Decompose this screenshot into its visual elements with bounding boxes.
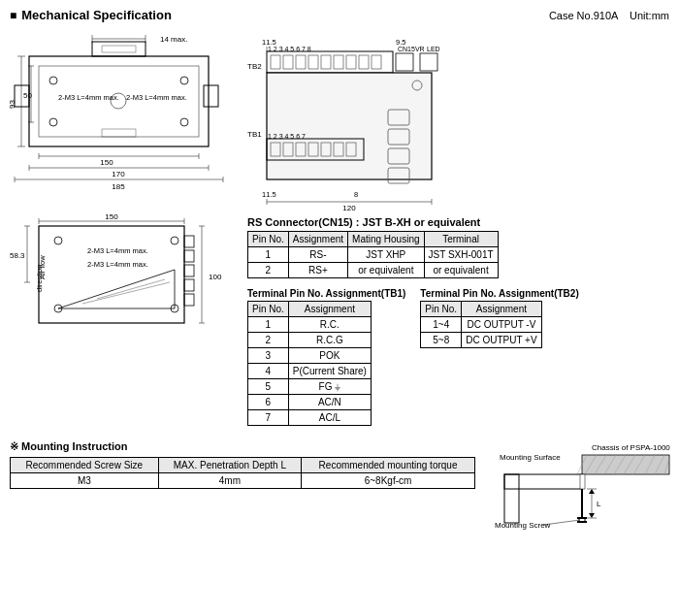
terminal-tables-row: Terminal Pin No. Assignment(TB1) Pin No.… — [247, 288, 669, 431]
rs-table-cell: 1 — [248, 247, 289, 263]
mounting-svg: Mounting Surface Chassis of PSPA-1000 — [495, 440, 679, 547]
rs-table-row: 2RS+or equivalentor equivalent — [248, 263, 499, 278]
svg-text:1 2 3 4 5 6 7: 1 2 3 4 5 6 7 — [268, 133, 306, 140]
rs-connector-table: Pin No. Assignment Mating Housing Termin… — [247, 231, 499, 278]
svg-marker-85 — [58, 270, 175, 308]
svg-rect-5 — [204, 85, 218, 107]
tb1-section: Terminal Pin No. Assignment(TB1) Pin No.… — [247, 288, 405, 426]
tb2-table-row: 5~8DC OUTPUT +V — [421, 333, 541, 348]
svg-text:1 2 3 4 5 6 7 8: 1 2 3 4 5 6 7 8 — [268, 46, 311, 52]
tb2-table-cell: 5~8 — [421, 333, 462, 348]
rs-table-cell: JST SXH-001T — [424, 247, 498, 263]
svg-rect-54 — [267, 73, 432, 179]
tb1-table-cell: POK — [288, 348, 371, 364]
svg-text:93: 93 — [8, 100, 16, 109]
tb1-table-row: 3POK — [248, 348, 372, 364]
tb1-table-cell: 5 — [248, 379, 289, 395]
tb1-table: Pin No. Assignment 1R.C.2R.C.G3POK4P(Cur… — [247, 301, 372, 426]
svg-point-8 — [49, 118, 57, 126]
svg-text:TB1: TB1 — [247, 130, 262, 139]
tb1-table-cell: R.C. — [288, 317, 371, 333]
tb1-table-row: 7AC/L — [248, 410, 372, 426]
svg-point-6 — [49, 77, 57, 84]
svg-rect-84 — [184, 294, 194, 306]
tb2-col-pin: Pin No. — [421, 302, 462, 317]
svg-point-88 — [54, 237, 62, 244]
tb1-col-assign: Assignment — [288, 302, 371, 317]
svg-text:8: 8 — [354, 190, 358, 199]
svg-point-9 — [180, 118, 188, 126]
svg-point-89 — [171, 237, 178, 244]
svg-rect-82 — [184, 265, 194, 276]
svg-text:100: 100 — [209, 273, 222, 281]
tb1-table-row: 5FG ⏚ — [248, 379, 372, 395]
rs-table-row: 1RS-JST XHPJST SXH-001T — [248, 247, 499, 263]
svg-text:2-M3 L=4mm max.: 2-M3 L=4mm max. — [87, 260, 148, 269]
mounting-title: ※ Mounting Instruction — [10, 440, 475, 453]
tb1-table-row: 1R.C. — [248, 317, 372, 333]
svg-text:150: 150 — [105, 212, 118, 221]
tb2-table-cell: DC OUTPUT -V — [462, 317, 541, 333]
mount-depth-val: 4mm — [158, 473, 301, 489]
svg-rect-11 — [102, 129, 136, 137]
svg-text:9.5: 9.5 — [396, 38, 405, 47]
svg-rect-81 — [184, 250, 194, 262]
rs-table-cell: JST XHP — [348, 247, 424, 263]
svg-text:120: 120 — [342, 204, 356, 212]
bottom-views-row: Air flow direction 2-M3 L=4mm max. 2-M3 … — [10, 216, 669, 431]
svg-rect-83 — [184, 279, 194, 291]
svg-text:14 max.: 14 max. — [160, 35, 187, 44]
page-title: Mechanical Specification — [10, 8, 172, 22]
svg-text:direction: direction — [35, 265, 44, 292]
mounting-table: Recommended Screw Size MAX. Penetration … — [10, 457, 475, 489]
mount-col-screw: Recommended Screw Size — [11, 458, 159, 473]
header: Mechanical Specification Case No.910A Un… — [10, 8, 669, 22]
svg-rect-121 — [504, 474, 582, 489]
tb1-table-cell: 6 — [248, 395, 289, 410]
svg-rect-45 — [334, 55, 343, 69]
tb1-table-row: 6AC/N — [248, 395, 372, 410]
svg-rect-122 — [504, 474, 519, 523]
svg-text:Chassis of PSPA-1000: Chassis of PSPA-1000 — [592, 443, 670, 452]
bottom-left-svg: Air flow direction 2-M3 L=4mm max. 2-M3 … — [10, 216, 242, 420]
svg-rect-39 — [267, 51, 393, 73]
rs-table-cell: RS- — [288, 247, 347, 263]
rs-col-pin: Pin No. — [248, 232, 289, 247]
svg-text:L: L — [597, 500, 601, 508]
top-left-drawing: 14 max. 93 50 2-M3 L=4mm max. 2-M3 L=4mm… — [10, 32, 233, 207]
rs-col-housing: Mating Housing — [348, 232, 424, 247]
svg-text:2-M3 L=4mm max.: 2-M3 L=4mm max. — [126, 93, 187, 102]
svg-rect-51 — [396, 53, 413, 71]
tb2-table-cell: 1~4 — [421, 317, 462, 333]
top-left-svg: 14 max. 93 50 2-M3 L=4mm max. 2-M3 L=4mm… — [10, 32, 233, 211]
svg-text:CN15VR: CN15VR — [398, 46, 425, 52]
rs-table-cell: RS+ — [288, 263, 347, 278]
rs-table-cell: 2 — [248, 263, 289, 278]
rs-table-cell: or equivalent — [348, 263, 424, 278]
svg-text:Mounting Screw: Mounting Screw — [495, 521, 551, 530]
mounting-diagram: Mounting Surface Chassis of PSPA-1000 — [495, 440, 669, 549]
svg-rect-48 — [372, 55, 381, 69]
mounting-row: M3 4mm 6~8Kgf-cm — [11, 473, 475, 489]
rs-col-assign: Assignment — [288, 232, 347, 247]
bottom-left-drawing: Air flow direction 2-M3 L=4mm max. 2-M3 … — [10, 216, 233, 410]
top-right-svg: TB2 CN15VR LED 1 2 3 4 5 6 7 8 — [247, 32, 451, 211]
svg-rect-3 — [102, 46, 136, 52]
tb1-table-cell: 7 — [248, 410, 289, 426]
svg-point-7 — [180, 77, 188, 84]
bottom-right-content: RS Connector(CN15) : JST B-XH or equival… — [247, 216, 669, 431]
mount-torque-val: 6~8Kgf-cm — [302, 473, 475, 489]
mounting-left: ※ Mounting Instruction Recommended Screw… — [10, 440, 475, 489]
tb1-table-cell: 3 — [248, 348, 289, 364]
svg-rect-52 — [420, 53, 437, 71]
mount-screw-val: M3 — [11, 473, 159, 489]
tb1-table-cell: AC/N — [288, 395, 371, 410]
tb1-table-cell: FG ⏚ — [288, 379, 371, 395]
tb1-table-row: 4P(Current Share) — [248, 364, 372, 379]
tb1-table-cell: 2 — [248, 333, 289, 348]
tb1-table-cell: 4 — [248, 364, 289, 379]
mount-col-depth: MAX. Penetration Depth L — [158, 458, 301, 473]
svg-text:170: 170 — [112, 170, 125, 178]
svg-rect-80 — [184, 236, 194, 247]
svg-rect-47 — [359, 55, 369, 69]
